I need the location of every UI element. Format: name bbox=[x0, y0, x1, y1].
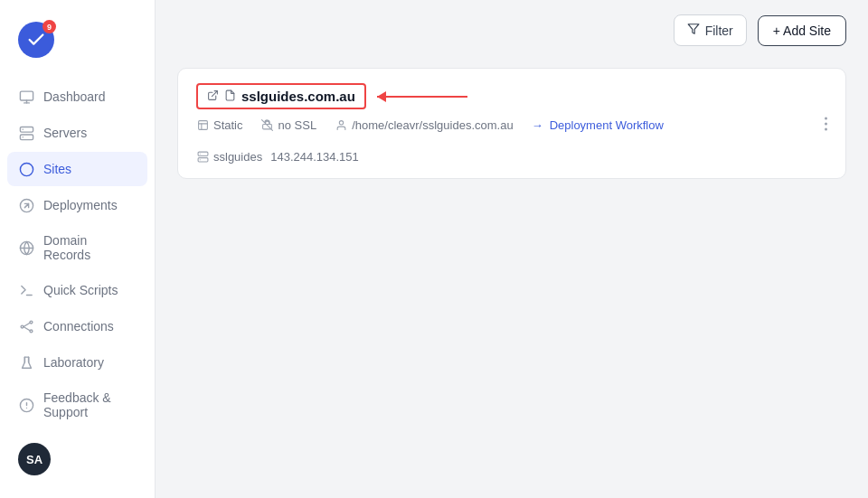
meta-static: Static bbox=[196, 118, 243, 132]
filter-icon bbox=[687, 23, 700, 38]
svg-line-15 bbox=[23, 326, 29, 330]
site-name[interactable]: sslguides.com.au bbox=[241, 89, 355, 104]
ip-address: 143.244.134.151 bbox=[270, 150, 359, 164]
server-icon bbox=[18, 125, 34, 141]
deployments-icon bbox=[18, 197, 34, 213]
sidebar-item-quick-scripts[interactable]: Quick Scripts bbox=[7, 273, 147, 307]
add-site-label: + Add Site bbox=[773, 23, 831, 38]
notification-badge: 9 bbox=[42, 20, 56, 33]
sidebar-item-label: Quick Scripts bbox=[43, 283, 118, 297]
file-icon bbox=[224, 89, 236, 104]
connections-icon bbox=[18, 318, 34, 334]
user-icon bbox=[335, 119, 347, 132]
more-options-button[interactable] bbox=[821, 113, 831, 134]
svg-marker-21 bbox=[688, 24, 699, 34]
path-label: /home/cleavr/sslguides.com.au bbox=[352, 118, 513, 132]
svg-line-22 bbox=[212, 90, 217, 96]
filter-button[interactable]: Filter bbox=[674, 14, 747, 46]
globe-icon bbox=[18, 240, 34, 256]
svg-point-7 bbox=[20, 163, 33, 175]
sidebar-item-domain-records[interactable]: Domain Records bbox=[7, 224, 147, 271]
add-site-button[interactable]: + Add Site bbox=[758, 15, 846, 46]
svg-rect-29 bbox=[198, 158, 208, 162]
monitor-icon bbox=[18, 89, 34, 105]
sidebar-item-label: Servers bbox=[43, 126, 87, 140]
sidebar-item-feedback-support[interactable]: Feedback & Support bbox=[7, 381, 147, 428]
terminal-icon bbox=[18, 282, 34, 298]
ssl-label: no SSL bbox=[278, 118, 317, 132]
sites-icon bbox=[18, 161, 34, 177]
sidebar-item-dashboard[interactable]: Dashboard bbox=[7, 80, 147, 114]
svg-rect-4 bbox=[20, 134, 33, 139]
logo-area: 9 bbox=[0, 14, 155, 80]
meta-ssl: no SSL bbox=[261, 118, 317, 132]
external-link-icon bbox=[207, 89, 219, 104]
sidebar-item-label: Deployments bbox=[43, 198, 118, 212]
svg-rect-0 bbox=[20, 91, 33, 100]
svg-line-14 bbox=[23, 323, 29, 326]
sidebar-item-label: Sites bbox=[43, 162, 71, 176]
svg-rect-28 bbox=[198, 152, 208, 155]
arrow-right-icon: → bbox=[532, 118, 543, 132]
main-header: Filter + Add Site bbox=[156, 0, 868, 61]
meta-deployment[interactable]: → Deployment Workflow bbox=[532, 118, 664, 132]
sidebar-item-laboratory[interactable]: Laboratory bbox=[7, 345, 147, 380]
site-card-meta: Static no SSL bbox=[196, 118, 827, 164]
svg-rect-3 bbox=[20, 127, 33, 132]
sidebar-item-label: Feedback & Support bbox=[43, 390, 137, 419]
sidebar-item-label: Domain Records bbox=[43, 233, 137, 262]
server-meta-icon bbox=[196, 151, 209, 164]
flask-icon bbox=[18, 354, 34, 371]
avatar[interactable]: SA bbox=[18, 443, 51, 475]
static-label: Static bbox=[213, 118, 243, 132]
filter-label: Filter bbox=[705, 23, 733, 38]
feedback-icon bbox=[18, 397, 34, 413]
static-icon bbox=[196, 119, 209, 132]
site-name-box: sslguides.com.au bbox=[196, 83, 366, 109]
sidebar-item-deployments[interactable]: Deployments bbox=[7, 188, 147, 222]
sidebar-nav: Dashboard Servers Sites bbox=[0, 80, 155, 428]
annotation-arrow bbox=[377, 96, 467, 98]
site-card-header: sslguides.com.au bbox=[196, 83, 827, 109]
site-card: sslguides.com.au bbox=[177, 68, 846, 179]
main-content-area: Filter + Add Site bbox=[156, 0, 868, 498]
svg-rect-23 bbox=[198, 121, 207, 130]
meta-server: sslguides 143.244.134.151 bbox=[196, 150, 359, 164]
sidebar-item-label: Connections bbox=[43, 319, 114, 334]
sidebar-item-label: Laboratory bbox=[43, 355, 104, 370]
sidebar-item-servers[interactable]: Servers bbox=[7, 116, 147, 150]
server-name: sslguides bbox=[213, 150, 262, 164]
sidebar-item-label: Dashboard bbox=[43, 89, 106, 104]
sidebar-item-sites[interactable]: Sites bbox=[7, 152, 147, 186]
svg-point-27 bbox=[339, 121, 343, 125]
deployment-label: Deployment Workflow bbox=[550, 118, 664, 132]
sidebar: 9 Dashboard Servers bbox=[0, 0, 156, 498]
meta-path: /home/cleavr/sslguides.com.au bbox=[335, 118, 513, 132]
sites-list: sslguides.com.au bbox=[156, 61, 868, 498]
app-logo: 9 bbox=[18, 22, 54, 58]
sidebar-item-connections[interactable]: Connections bbox=[7, 309, 147, 343]
sidebar-footer: SA bbox=[0, 428, 155, 490]
ssl-icon bbox=[261, 119, 274, 132]
